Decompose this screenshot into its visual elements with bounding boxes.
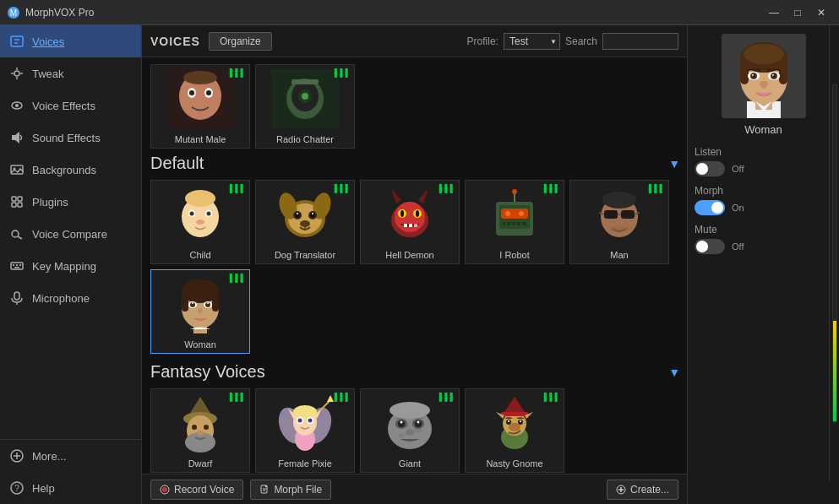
svg-rect-24 [19, 264, 21, 266]
create-button[interactable]: Create... [607, 480, 678, 500]
profile-select[interactable]: Test Default [504, 33, 560, 50]
sound-effects-icon [8, 129, 25, 146]
signal-icon: ▌▌▌ [230, 393, 246, 401]
signal-icon: ▌▌▌ [649, 184, 665, 192]
signal-icon: ▌▌▌ [439, 184, 455, 192]
svg-marker-164 [265, 485, 267, 487]
voice-card-i-robot[interactable]: ▌▌▌ I Robot [465, 180, 564, 264]
voice-card-nasty-gnome[interactable]: ▌▌▌ Nasty Gnome [465, 388, 564, 473]
voice-name: Hell Demon [361, 250, 459, 260]
svg-rect-17 [12, 203, 16, 207]
signal-icon: ▌▌▌ [439, 393, 455, 401]
sidebar: Voices Tweak Voice Effects Sound Effects… [0, 25, 142, 504]
sidebar-item-voice-effects[interactable]: Voice Effects [0, 89, 141, 122]
voice-card-hell-demon[interactable]: ▌▌▌ Hell Demon [360, 180, 460, 264]
voice-card-woman[interactable]: ▌▌▌ Woman [150, 269, 250, 354]
sidebar-item-more[interactable]: More... [0, 440, 141, 472]
morph-control: Morph On [695, 185, 832, 215]
record-icon [160, 485, 170, 495]
svg-rect-78 [409, 224, 412, 227]
voice-card-man[interactable]: ▌▌▌ Man [569, 180, 669, 264]
voice-card-child[interactable]: ▌▌▌ Child [150, 180, 250, 264]
voice-card-dog-translator[interactable]: ▌▌▌ Dog Translator [255, 180, 355, 264]
sidebar-sound-effects-label: Sound Effects [32, 132, 101, 144]
sidebar-item-tweak[interactable]: Tweak [0, 57, 141, 89]
fantasy-voice-grid: ▌▌▌ Dwarf [150, 388, 680, 473]
svg-point-119 [192, 425, 197, 430]
sidebar-item-backgrounds[interactable]: Backgrounds [0, 154, 141, 186]
plugins-icon [8, 193, 25, 210]
default-collapse-arrow[interactable]: ▼ [668, 157, 680, 171]
record-voice-button[interactable]: Record Voice [150, 480, 243, 500]
voice-name: Man [570, 250, 668, 260]
minimize-button[interactable]: — [763, 3, 785, 22]
signal-icon: ▌▌▌ [230, 274, 246, 282]
morph-toggle[interactable] [695, 200, 725, 215]
listen-label: Listen [695, 146, 832, 158]
voice-card-mutant-male[interactable]: ▌▌▌ Mutant Male [150, 64, 250, 149]
svg-point-63 [297, 213, 298, 214]
svg-point-182 [752, 74, 754, 76]
svg-point-74 [400, 210, 404, 217]
sidebar-item-microphone[interactable]: Microphone [0, 282, 141, 314]
sidebar-backgrounds-label: Backgrounds [32, 164, 96, 176]
tweak-icon [8, 65, 25, 82]
svg-point-140 [398, 434, 405, 437]
voice-card-female-pixie[interactable]: ▌▌▌ Female Pixie [255, 388, 355, 473]
svg-point-162 [162, 487, 167, 492]
svg-point-48 [185, 190, 215, 207]
sidebar-help-label: Help [32, 482, 55, 495]
signal-icon: ▌▌▌ [335, 393, 351, 401]
search-label: Search [565, 35, 597, 47]
sidebar-item-plugins[interactable]: Plugins [0, 186, 141, 218]
signal-icon: ▌▌▌ [230, 68, 246, 77]
sidebar-item-help[interactable]: ? Help [0, 472, 141, 504]
help-icon: ? [8, 480, 25, 496]
svg-rect-15 [12, 197, 16, 201]
backgrounds-icon [8, 161, 25, 178]
sidebar-item-voice-compare[interactable]: Voice Compare [0, 218, 141, 250]
svg-marker-12 [12, 132, 19, 144]
right-voice-name: Woman [744, 123, 782, 136]
svg-text:M: M [10, 8, 17, 18]
voice-card-radio-chatter[interactable]: ▌▌▌ Radio Chatter [255, 64, 355, 149]
svg-rect-18 [18, 203, 22, 207]
svg-text:?: ? [14, 484, 19, 493]
svg-point-39 [183, 71, 217, 84]
morph-file-button[interactable]: Morph File [250, 480, 331, 500]
profile-label: Profile: [467, 35, 498, 47]
listen-state: Off [732, 164, 744, 174]
sidebar-bottom: More... ? Help [0, 439, 141, 504]
svg-point-95 [602, 192, 636, 209]
listen-toggle[interactable] [695, 161, 725, 176]
svg-rect-79 [414, 224, 417, 227]
svg-point-38 [206, 90, 211, 95]
svg-point-121 [197, 431, 204, 436]
organize-button[interactable]: Organize [209, 32, 272, 51]
svg-point-178 [744, 44, 784, 64]
svg-rect-43 [291, 79, 319, 84]
voice-name: Female Pixie [256, 458, 354, 469]
voice-card-dwarf[interactable]: ▌▌▌ Dwarf [150, 388, 250, 473]
signal-icon: ▌▌▌ [335, 68, 351, 77]
voice-card-giant[interactable]: ▌▌▌ Giant [360, 388, 460, 473]
svg-point-52 [207, 212, 211, 216]
maximize-button[interactable]: □ [787, 3, 809, 22]
svg-rect-23 [16, 264, 18, 266]
default-section-header: Default ▼ [150, 154, 680, 173]
svg-point-53 [196, 219, 204, 225]
create-icon [616, 485, 626, 495]
default-section-title: Default [150, 154, 204, 173]
voice-name: I Robot [466, 250, 564, 260]
voices-scroll[interactable]: ▌▌▌ Mutant Male [142, 57, 687, 474]
close-button[interactable]: ✕ [810, 3, 832, 22]
sidebar-more-label: More... [32, 450, 66, 463]
svg-point-50 [190, 212, 194, 216]
sidebar-item-key-mapping[interactable]: Key Mapping [0, 250, 141, 282]
mute-toggle[interactable] [695, 239, 725, 254]
search-input[interactable] [602, 33, 678, 50]
fantasy-collapse-arrow[interactable]: ▼ [668, 366, 680, 379]
sidebar-item-sound-effects[interactable]: Sound Effects [0, 122, 141, 154]
listen-control: Listen Off [695, 146, 832, 176]
sidebar-item-voices[interactable]: Voices [0, 25, 141, 57]
